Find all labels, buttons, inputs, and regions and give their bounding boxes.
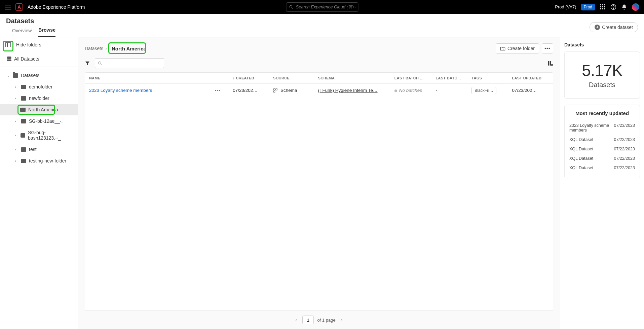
hide-folders-toggle[interactable]: Hide folders — [0, 39, 78, 51]
stat-number: 5.17K — [568, 61, 636, 80]
create-dataset-label: Create dataset — [602, 25, 633, 30]
page-title: Datasets — [6, 17, 62, 25]
cell-last-updated: 07/23/202… — [508, 84, 553, 97]
chevron-right-icon: › — [15, 159, 18, 163]
env-badge[interactable]: Prod — [581, 4, 595, 10]
help-icon[interactable] — [610, 4, 616, 10]
svg-rect-8 — [548, 61, 549, 66]
chevron-right-icon: › — [15, 119, 18, 123]
folder-icon — [21, 147, 26, 152]
folder-icon — [20, 108, 26, 112]
search-icon — [98, 61, 102, 66]
recent-row[interactable]: XQL Dataset 07/22/2023 — [569, 163, 635, 173]
sidebar-item-demofolder[interactable]: › demofolder — [0, 81, 78, 93]
global-search-input[interactable] — [296, 4, 355, 9]
sidebar-item-test[interactable]: › test — [0, 144, 78, 155]
col-last-batch-id[interactable]: LAST BATCH … — [432, 73, 468, 84]
tab-overview[interactable]: Overview — [12, 28, 32, 37]
tab-browse[interactable]: Browse — [38, 27, 55, 37]
sidebar-root-datasets[interactable]: ⌄ Datasets — [0, 70, 78, 81]
recent-card: Most recently updated 2023 Loyalty schem… — [564, 105, 640, 178]
arrow-down-icon: ↓ — [233, 76, 234, 80]
pager-next[interactable]: › — [339, 317, 345, 323]
sidebar: Hide folders All Datasets ⌄ Datasets › d… — [0, 37, 78, 329]
col-tags[interactable]: TAGS — [467, 73, 508, 84]
sidebar-all-datasets-label: All Datasets — [14, 56, 39, 62]
breadcrumb-root[interactable]: Datasets — [85, 46, 103, 51]
folder-icon — [21, 133, 25, 138]
schema-link[interactable]: (TFunk) Hygiene Interim Te… — [318, 88, 378, 93]
cell-batch-status: No batches — [390, 84, 432, 97]
recent-row[interactable]: XQL Dataset 07/22/2023 — [569, 135, 635, 144]
search-icon — [289, 5, 293, 9]
hide-folders-label: Hide folders — [16, 42, 41, 47]
folder-plus-icon — [500, 46, 505, 51]
global-search[interactable] — [286, 2, 358, 12]
chevron-right-icon: › — [105, 46, 107, 51]
notifications-icon[interactable] — [621, 4, 627, 10]
folder-icon — [21, 119, 26, 123]
org-name[interactable]: Prod (VA7) — [555, 4, 576, 9]
sidebar-item-label: newfolder — [29, 96, 49, 101]
sidebar-item-testing-new[interactable]: › testing-new-folder — [0, 155, 78, 167]
apps-grid-icon[interactable] — [600, 4, 606, 10]
pager-prev[interactable]: ‹ — [293, 317, 299, 323]
topbar: A Adobe Experience Platform Prod (VA7) P… — [0, 0, 644, 14]
svg-rect-9 — [550, 61, 551, 66]
svg-line-7 — [101, 64, 102, 65]
col-last-updated[interactable]: LAST UPDATED — [508, 73, 553, 84]
row-more-actions[interactable]: ••• — [215, 88, 221, 93]
schema-icon — [273, 88, 278, 93]
svg-point-10 — [552, 64, 553, 66]
sidebar-item-label: testing-new-folder — [29, 158, 66, 163]
stat-label: Datasets — [568, 81, 636, 89]
col-name[interactable]: NAME — [85, 73, 211, 84]
folder-icon — [21, 85, 26, 89]
svg-rect-11 — [274, 89, 275, 90]
create-dataset-button[interactable]: + Create dataset — [590, 22, 638, 32]
more-actions-button[interactable]: ••• — [542, 43, 553, 53]
filter-icon[interactable] — [85, 61, 90, 66]
column-settings-button[interactable] — [547, 60, 553, 66]
dataset-name-link[interactable]: 2023 Loyalty scheme members — [89, 88, 152, 93]
svg-point-3 — [613, 8, 613, 8]
recent-row[interactable]: XQL Dataset 07/22/2023 — [569, 154, 635, 163]
col-schema[interactable]: SCHEMA — [314, 73, 390, 84]
col-last-batch-status[interactable]: LAST BATCH … — [390, 73, 432, 84]
recent-title: Most recently updated — [569, 110, 635, 116]
database-icon — [7, 57, 11, 61]
panel-toggle-icon — [5, 42, 11, 47]
recent-row[interactable]: 2023 Loyalty scheme members 07/23/2023 — [569, 121, 635, 135]
col-source[interactable]: SOURCE — [269, 73, 314, 84]
sidebar-item-label: demofolder — [29, 84, 52, 89]
svg-point-0 — [290, 5, 292, 8]
ellipsis-icon: ••• — [544, 46, 551, 51]
chevron-right-icon: › — [15, 85, 18, 89]
table-row[interactable]: 2023 Loyalty scheme members ••• 07/23/20… — [85, 84, 553, 97]
app-name: Adobe Experience Platform — [28, 4, 85, 10]
create-folder-label: Create folder — [507, 46, 535, 51]
chevron-right-icon: › — [15, 147, 18, 151]
sidebar-item-all-datasets[interactable]: All Datasets — [0, 53, 78, 65]
tag-chip[interactable]: BlackFri… — [471, 87, 496, 94]
col-created[interactable]: ↓CREATED — [229, 73, 269, 84]
highlight-annotation — [108, 42, 146, 54]
sidebar-item-newfolder[interactable]: › newfolder — [0, 93, 78, 104]
pager-of-text: of 1 page — [317, 318, 335, 323]
sidebar-item-label: test — [29, 147, 37, 152]
hamburger-menu-icon[interactable] — [5, 5, 11, 9]
sidebar-item-sg-bug[interactable]: › SG-bug-bash123123.--_ — [0, 127, 78, 144]
main-content: Datasets › North America Create folder •… — [78, 37, 560, 329]
recent-row[interactable]: XQL Dataset 07/22/2023 — [569, 144, 635, 154]
pager-page-input[interactable] — [302, 316, 314, 324]
page-header: Datasets Overview Browse + Create datase… — [0, 14, 644, 37]
create-folder-button[interactable]: Create folder — [496, 43, 539, 53]
user-avatar[interactable] — [632, 3, 639, 11]
table-search[interactable] — [95, 58, 164, 68]
folder-icon — [21, 159, 26, 163]
stat-card: 5.17K Datasets — [564, 51, 640, 99]
sidebar-item-label: SG-bb-12ae__-. — [29, 118, 63, 124]
table-search-input[interactable] — [104, 61, 161, 66]
filter-row — [78, 58, 560, 72]
sidebar-item-sg-bb[interactable]: › SG-bb-12ae__-. — [0, 115, 78, 127]
